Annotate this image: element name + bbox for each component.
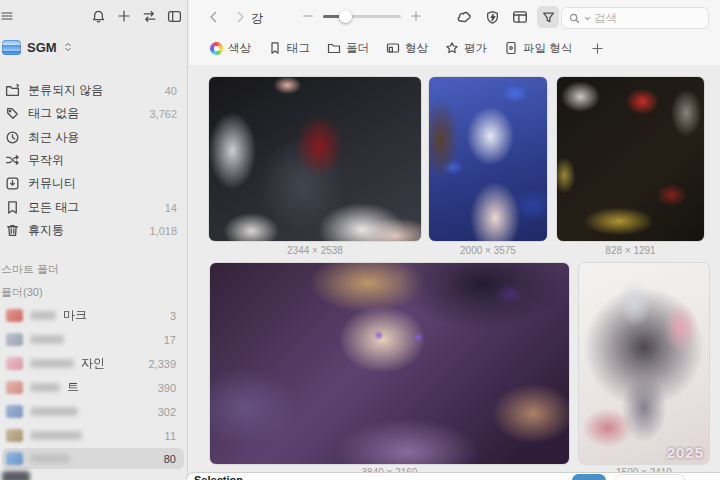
uncategorized-folder-icon [5, 83, 20, 98]
folder-row-selected[interactable]: 80 [2, 448, 184, 469]
sidebar-toggle-button[interactable] [164, 6, 184, 26]
sidebar-item-uncategorized[interactable]: 분류되지 않음 40 [3, 80, 183, 101]
folder-thumb-icon [6, 381, 23, 394]
chevron-left-icon [207, 10, 221, 24]
filter-chip-filetype[interactable]: 파일 형식 [504, 41, 572, 56]
folder-count: 80 [164, 453, 176, 465]
menu-button[interactable] [0, 6, 18, 26]
sidebar-item-count: 1,018 [149, 225, 177, 237]
folder-name-fragment: 트 [67, 379, 79, 396]
folder-name-blurred [30, 431, 82, 440]
sidebar-item-label: 최근 사용 [28, 129, 79, 146]
filter-toggle-button[interactable] [537, 6, 559, 28]
folder-name-blurred [30, 359, 74, 368]
tag-icon [268, 41, 282, 55]
image-thumbnail[interactable] [208, 76, 422, 242]
plus-icon [117, 9, 131, 23]
filter-chip-rating[interactable]: 평가 [445, 41, 487, 56]
image-thumbnail[interactable] [556, 76, 705, 242]
filter-chip-label: 평가 [464, 41, 487, 56]
cloud-shape-button[interactable] [453, 6, 475, 28]
folder-name-blurred [30, 335, 64, 344]
image-dimensions-caption: 828 × 1291 [556, 245, 705, 256]
notifications-button[interactable] [88, 6, 108, 26]
sidebar-item-label: 태그 없음 [28, 105, 79, 122]
thumbnail-zoom-control [301, 9, 423, 23]
sidebar-item-untagged[interactable]: 태그 없음 3,762 [3, 103, 183, 124]
zoom-in-button[interactable] [409, 9, 423, 23]
folder-row[interactable]: 마크 3 [2, 305, 184, 326]
folder-count: 11 [165, 430, 176, 442]
sidebar-item-trash[interactable]: 휴지통 1,018 [3, 220, 183, 241]
filter-chip-folder[interactable]: 폴더 [327, 41, 369, 56]
transfer-button[interactable] [139, 6, 159, 26]
folder-count: 2,339 [148, 358, 176, 370]
clock-icon [5, 130, 20, 145]
feedback-button[interactable] [481, 6, 503, 28]
bookmark-icon [5, 200, 20, 215]
image-thumbnail[interactable] [428, 76, 548, 242]
add-filter-button[interactable] [589, 40, 605, 56]
filter-chip-label: 색상 [228, 41, 251, 56]
app-window: SGM 분류되지 않음 40 태그 없음 3,762 최근 사용 무작위 커뮤니… [0, 0, 720, 480]
sidebar-item-all-tags[interactable]: 모든 태그 14 [3, 197, 183, 218]
folder-row[interactable]: 트 390 [2, 377, 184, 398]
section-folders: 폴더(30) [1, 285, 43, 300]
chevron-updown-icon [63, 41, 73, 53]
folder-row[interactable]: 자인 2,339 [2, 353, 184, 374]
back-button[interactable] [205, 8, 223, 26]
zoom-slider[interactable] [323, 15, 401, 18]
forward-button[interactable] [231, 8, 249, 26]
filter-chip-color[interactable]: 색상 [210, 41, 251, 56]
layout-button[interactable] [509, 6, 531, 28]
folder-thumb-icon [6, 452, 23, 465]
plus-icon [591, 42, 604, 55]
folder-thumb-icon [6, 333, 23, 346]
bell-icon [91, 9, 106, 24]
folder-thumb-icon [2, 471, 30, 480]
section-smart-folders: 스마트 폴더 [1, 262, 59, 277]
aspect-ratio-icon [386, 41, 400, 55]
folder-count: 17 [164, 334, 176, 346]
sidebar-item-count: 3,762 [149, 108, 177, 120]
selection-primary-button[interactable] [572, 474, 606, 480]
sidebar: SGM 분류되지 않음 40 태그 없음 3,762 최근 사용 무작위 커뮤니… [0, 0, 188, 480]
zoom-out-button[interactable] [301, 9, 315, 23]
current-folder-title: 강 [251, 10, 263, 27]
image-thumbnail[interactable]: 2025 [578, 262, 710, 465]
sidebar-item-count: 14 [165, 202, 177, 214]
add-button[interactable] [114, 6, 134, 26]
search-box [561, 7, 709, 29]
folder-name-blurred [30, 383, 60, 392]
zoom-slider-thumb[interactable] [339, 10, 352, 23]
sidebar-item-community[interactable]: 커뮤니티 [3, 173, 183, 194]
no-tag-icon [5, 106, 20, 121]
filter-chip-tag[interactable]: 태그 [268, 41, 310, 56]
sidebar-item-random[interactable]: 무작위 [3, 150, 183, 171]
folder-count: 302 [158, 406, 176, 418]
folder-row[interactable]: 302 [2, 401, 184, 422]
image-thumbnail[interactable] [209, 262, 570, 465]
image-dimensions-caption: 2000 × 3575 [428, 245, 548, 256]
folder-row[interactable]: 17 [2, 329, 184, 350]
color-wheel-icon [210, 42, 223, 55]
minus-icon [302, 10, 314, 22]
sidebar-item-label: 모든 태그 [28, 199, 79, 216]
transfer-arrows-icon [142, 9, 157, 24]
sidebar-item-count: 40 [165, 85, 177, 97]
image-dimensions-caption: 2344 × 2538 [208, 245, 422, 256]
filter-chip-shape[interactable]: 형상 [386, 41, 428, 56]
filter-chip-label: 태그 [287, 41, 310, 56]
selection-secondary-button[interactable] [615, 474, 685, 480]
search-input[interactable] [594, 12, 684, 24]
folder-count: 3 [170, 310, 176, 322]
library-selector[interactable]: SGM [2, 36, 73, 58]
sidebar-item-recent[interactable]: 최근 사용 [3, 127, 183, 148]
chevron-down-icon [584, 15, 591, 22]
sidebar-item-label: 커뮤니티 [28, 175, 76, 192]
sidebar-item-label: 무작위 [28, 152, 64, 169]
folder-name-fragment: 자인 [81, 355, 105, 372]
folder-row[interactable]: 11 [2, 425, 184, 446]
folder-name-blurred [30, 454, 70, 463]
shield-bolt-icon [485, 10, 500, 25]
